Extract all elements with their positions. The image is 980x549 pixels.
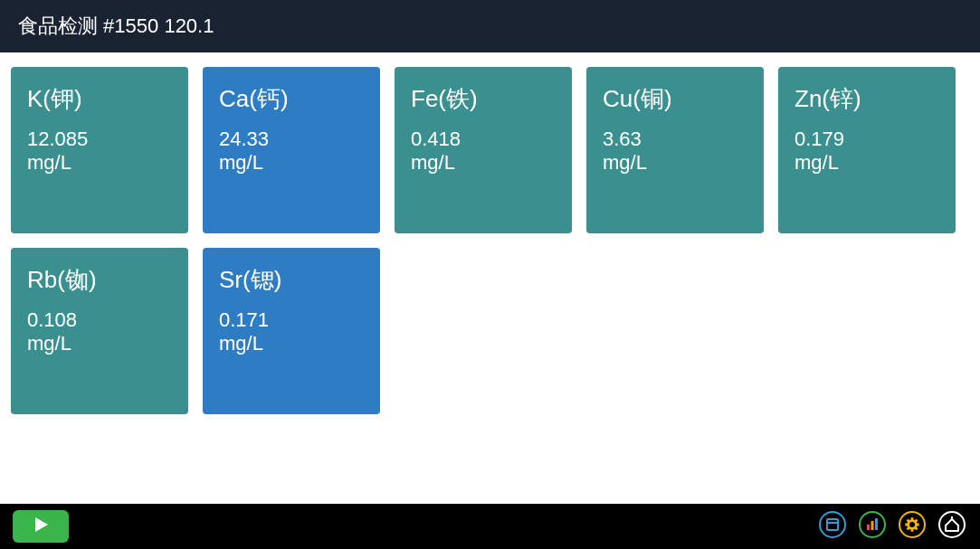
header-bar: 食品检测 #1550 120.1 bbox=[0, 0, 980, 52]
svg-rect-6 bbox=[871, 521, 874, 530]
settings-button[interactable] bbox=[897, 511, 928, 542]
element-card[interactable]: Sr(锶)0.171mg/L bbox=[203, 248, 380, 414]
main-content: K(钾)12.085mg/LCa(钙)24.33mg/LFe(铁)0.418mg… bbox=[0, 52, 980, 504]
chart-icon bbox=[858, 510, 887, 543]
chart-button[interactable] bbox=[857, 511, 888, 542]
svg-rect-7 bbox=[875, 518, 878, 530]
element-value: 0.179 bbox=[794, 128, 939, 151]
home-button[interactable] bbox=[937, 511, 967, 542]
element-unit: mg/L bbox=[27, 151, 172, 175]
element-unit: mg/L bbox=[219, 151, 364, 175]
svg-point-10 bbox=[939, 512, 965, 537]
element-name: Cu(铜) bbox=[603, 83, 747, 115]
play-button[interactable] bbox=[13, 510, 69, 543]
element-card[interactable]: Cu(铜)3.63mg/L bbox=[586, 67, 764, 233]
footer-bar bbox=[0, 504, 980, 549]
element-unit: mg/L bbox=[603, 151, 747, 175]
element-card[interactable]: Fe(铁)0.418mg/L bbox=[395, 67, 572, 233]
element-name: Rb(铷) bbox=[27, 264, 172, 296]
element-unit: mg/L bbox=[794, 151, 939, 175]
element-unit: mg/L bbox=[219, 332, 364, 355]
play-icon bbox=[32, 516, 50, 537]
element-unit: mg/L bbox=[27, 332, 172, 355]
document-icon bbox=[818, 510, 847, 543]
element-name: Zn(锌) bbox=[794, 83, 939, 115]
element-name: K(钾) bbox=[27, 83, 172, 115]
element-name: Fe(铁) bbox=[411, 83, 556, 115]
element-card[interactable]: Ca(钙)24.33mg/L bbox=[203, 67, 380, 233]
element-value: 0.108 bbox=[27, 308, 172, 332]
element-value: 3.63 bbox=[603, 128, 747, 151]
settings-icon bbox=[898, 510, 927, 543]
element-card[interactable]: K(钾)12.085mg/L bbox=[11, 67, 188, 233]
element-card[interactable]: Zn(锌)0.179mg/L bbox=[778, 67, 956, 233]
page-title: 食品检测 #1550 120.1 bbox=[18, 13, 214, 40]
element-grid: K(钾)12.085mg/LCa(钙)24.33mg/LFe(铁)0.418mg… bbox=[11, 67, 969, 414]
svg-marker-0 bbox=[35, 517, 48, 532]
element-unit: mg/L bbox=[411, 151, 556, 175]
home-icon bbox=[937, 510, 966, 543]
document-button[interactable] bbox=[817, 511, 848, 542]
svg-point-1 bbox=[820, 512, 845, 537]
element-card[interactable]: Rb(铷)0.108mg/L bbox=[11, 248, 188, 414]
element-name: Ca(钙) bbox=[219, 83, 364, 115]
element-name: Sr(锶) bbox=[219, 264, 364, 296]
element-value: 0.171 bbox=[219, 308, 364, 332]
element-value: 12.085 bbox=[27, 128, 172, 151]
svg-rect-2 bbox=[827, 519, 838, 530]
element-value: 24.33 bbox=[219, 128, 364, 151]
svg-rect-5 bbox=[867, 525, 870, 530]
element-value: 0.418 bbox=[411, 128, 556, 151]
svg-point-9 bbox=[909, 522, 915, 527]
footer-icons bbox=[817, 511, 967, 542]
